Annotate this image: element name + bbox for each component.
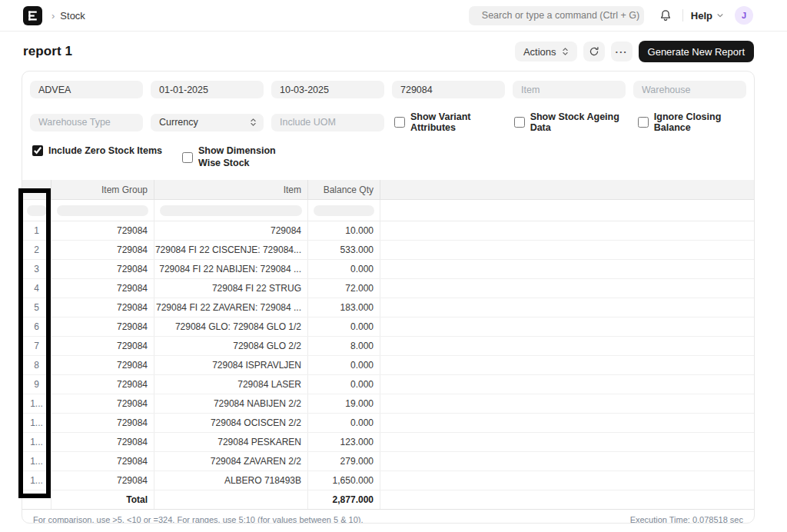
item-cell[interactable]: 729084 PESKAREN bbox=[154, 433, 308, 451]
item-group-cell[interactable]: 729084 bbox=[51, 241, 154, 259]
ignore-closing-balance-checkbox[interactable]: Ignore Closing Balance bbox=[638, 111, 746, 133]
item-column-header[interactable]: Item bbox=[154, 180, 308, 199]
show-dimension-wise-stock-checkbox[interactable]: Show Dimension Wise Stock bbox=[182, 145, 284, 169]
item-cell[interactable]: 729084 ZAVAREN 2/2 bbox=[154, 452, 308, 470]
report-card: Currency Show Variant Attributes Show St… bbox=[22, 71, 755, 524]
checkbox-label: Show Variant Attributes bbox=[410, 111, 504, 133]
to-date-filter-input[interactable] bbox=[271, 81, 384, 98]
item-group-cell[interactable]: 729084 bbox=[51, 375, 154, 394]
show-stock-ageing-data-checkbox[interactable]: Show Stock Ageing Data bbox=[514, 111, 628, 133]
erpnext-logo[interactable] bbox=[23, 6, 42, 25]
item-column-filter-input[interactable] bbox=[160, 205, 302, 216]
generate-new-report-button[interactable]: Generate New Report bbox=[639, 41, 754, 62]
row-number-cell: 1... bbox=[22, 471, 51, 490]
balance-qty-cell: 279.000 bbox=[308, 452, 380, 470]
refresh-button[interactable] bbox=[583, 42, 605, 62]
row-number-filter-input[interactable] bbox=[27, 205, 47, 216]
item-group-cell[interactable]: 729084 bbox=[51, 337, 154, 355]
item-group-cell[interactable]: 729084 bbox=[51, 414, 154, 432]
table-row[interactable]: 1... 729084 729084 NABIJEN 2/2 19.000 bbox=[22, 394, 754, 414]
item-group-cell[interactable]: 729084 bbox=[51, 279, 154, 298]
qty-filter-cell bbox=[308, 200, 380, 221]
item-cell[interactable]: 729084 GLO: 729084 GLO 1/2 bbox=[154, 318, 308, 336]
item-group-cell[interactable]: 729084 bbox=[51, 452, 154, 470]
from-date-filter-input[interactable] bbox=[151, 81, 264, 98]
item-group-cell[interactable]: 729084 bbox=[51, 356, 154, 374]
table-row[interactable]: 1... 729084 729084 ZAVAREN 2/2 279.000 bbox=[22, 452, 754, 471]
item-cell[interactable]: 729084 FI 22 CISCENJE: 729084... bbox=[154, 241, 308, 259]
table-row[interactable]: 6 729084 729084 GLO: 729084 GLO 1/2 0.00… bbox=[22, 318, 754, 337]
user-avatar[interactable]: J bbox=[735, 6, 753, 25]
warehouse-filter-input[interactable] bbox=[633, 81, 746, 98]
item-group-cell[interactable]: 729084 bbox=[51, 260, 154, 278]
company-filter-input[interactable] bbox=[30, 81, 143, 98]
help-label: Help bbox=[691, 10, 712, 22]
table-row[interactable]: 2 729084 729084 FI 22 CISCENJE: 729084..… bbox=[22, 241, 754, 260]
breadcrumb-chevron-icon: › bbox=[51, 10, 55, 22]
ignore-closing-balance-checkbox-input[interactable] bbox=[638, 117, 649, 128]
item-group-filter-input[interactable] bbox=[392, 81, 505, 98]
breadcrumb-stock[interactable]: Stock bbox=[60, 10, 85, 22]
item-group-column-filter-input[interactable] bbox=[57, 205, 148, 216]
global-search-input[interactable]: Search or type a command (Ctrl + G) bbox=[469, 6, 644, 25]
balance-qty-column-header[interactable]: Balance Qty bbox=[308, 180, 380, 199]
show-variant-attributes-checkbox-input[interactable] bbox=[394, 117, 405, 128]
row-filler bbox=[380, 433, 754, 451]
select-caret-icon bbox=[250, 118, 257, 127]
item-cell[interactable]: 729084 FI 22 ZAVAREN: 729084 ... bbox=[154, 298, 308, 317]
item-group-cell[interactable]: 729084 bbox=[51, 433, 154, 451]
warehouse-type-filter-input[interactable] bbox=[30, 114, 143, 131]
table-row[interactable]: 5 729084 729084 FI 22 ZAVAREN: 729084 ..… bbox=[22, 298, 754, 318]
help-menu-button[interactable]: Help bbox=[691, 10, 724, 22]
table-row[interactable]: 1 729084 729084 10.000 bbox=[22, 221, 754, 241]
bell-icon bbox=[659, 9, 672, 22]
item-group-column-header[interactable]: Item Group bbox=[51, 180, 154, 199]
include-uom-filter-input[interactable] bbox=[271, 114, 384, 131]
item-filter-input[interactable] bbox=[513, 81, 626, 98]
currency-select-value: Currency bbox=[159, 117, 198, 128]
item-cell[interactable]: 729084 NABIJEN 2/2 bbox=[154, 394, 308, 413]
filter-hint-text: For comparison, use >5, <10 or =324. For… bbox=[33, 515, 364, 524]
item-cell[interactable]: 729084 bbox=[154, 221, 308, 240]
table-row[interactable]: 3 729084 729084 FI 22 NABIJEN: 729084 ..… bbox=[22, 260, 754, 279]
notifications-button[interactable] bbox=[656, 6, 675, 25]
qty-column-filter-input[interactable] bbox=[314, 205, 374, 216]
currency-select[interactable]: Currency bbox=[151, 114, 264, 131]
item-group-cell[interactable]: 729084 bbox=[51, 298, 154, 317]
item-cell[interactable]: 729084 ISPRAVLJEN bbox=[154, 356, 308, 374]
balance-qty-cell: 183.000 bbox=[308, 298, 380, 317]
item-group-cell[interactable]: 729084 bbox=[51, 318, 154, 336]
table-row[interactable]: 1... 729084 729084 OCISCEN 2/2 0.000 bbox=[22, 414, 754, 433]
app-window: › Stock Search or type a command (Ctrl +… bbox=[0, 0, 787, 532]
item-cell[interactable]: 729084 FI 22 NABIJEN: 729084 ... bbox=[154, 260, 308, 278]
actions-dropdown-button[interactable]: Actions bbox=[515, 42, 577, 62]
checkbox-label: Ignore Closing Balance bbox=[654, 111, 746, 133]
item-cell[interactable]: 729084 OCISCEN 2/2 bbox=[154, 414, 308, 432]
item-group-cell[interactable]: 729084 bbox=[51, 394, 154, 413]
item-group-cell[interactable]: 729084 bbox=[51, 221, 154, 240]
filter-row-2: Currency Show Variant Attributes Show St… bbox=[22, 98, 754, 133]
row-filler bbox=[380, 337, 754, 355]
table-row[interactable]: 8 729084 729084 ISPRAVLJEN 0.000 bbox=[22, 356, 754, 375]
table-filter-row bbox=[22, 200, 754, 221]
item-group-cell[interactable]: 729084 bbox=[51, 471, 154, 490]
item-cell[interactable]: 729084 GLO 2/2 bbox=[154, 337, 308, 355]
topbar-divider bbox=[682, 9, 683, 22]
more-options-button[interactable]: ··· bbox=[611, 42, 633, 62]
item-cell[interactable]: 729084 LASER bbox=[154, 375, 308, 394]
table-row[interactable]: 7 729084 729084 GLO 2/2 8.000 bbox=[22, 337, 754, 356]
show-dimension-wise-stock-checkbox-input[interactable] bbox=[182, 152, 193, 163]
table-row[interactable]: 1... 729084 729084 PESKAREN 123.000 bbox=[22, 433, 754, 452]
chevron-down-icon bbox=[716, 12, 724, 19]
item-cell[interactable]: ALBERO 718493B bbox=[154, 471, 308, 490]
actions-label: Actions bbox=[523, 46, 556, 58]
table-row[interactable]: 4 729084 729084 FI 22 STRUG 72.000 bbox=[22, 279, 754, 298]
item-cell[interactable]: 729084 FI 22 STRUG bbox=[154, 279, 308, 298]
show-variant-attributes-checkbox[interactable]: Show Variant Attributes bbox=[394, 111, 504, 133]
table-total-row: Total 2,877.000 bbox=[22, 490, 754, 510]
show-stock-ageing-data-checkbox-input[interactable] bbox=[514, 117, 525, 128]
include-zero-stock-items-checkbox[interactable]: Include Zero Stock Items bbox=[32, 145, 162, 156]
table-row[interactable]: 1... 729084 ALBERO 718493B 1,650.000 bbox=[22, 471, 754, 490]
table-row[interactable]: 9 729084 729084 LASER 0.000 bbox=[22, 375, 754, 394]
include-zero-stock-items-checkbox-input[interactable] bbox=[32, 145, 43, 156]
